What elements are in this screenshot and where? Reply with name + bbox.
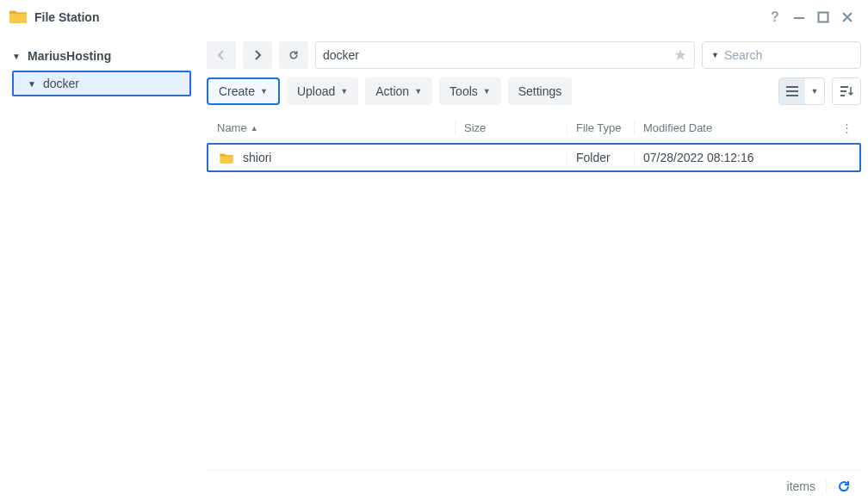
view-list-button[interactable] bbox=[779, 78, 805, 104]
svg-rect-4 bbox=[786, 90, 798, 92]
sort-asc-icon: ▲ bbox=[251, 124, 258, 133]
settings-label: Settings bbox=[518, 84, 562, 98]
sidebar-item-label: docker bbox=[43, 77, 79, 90]
svg-rect-3 bbox=[786, 86, 798, 88]
refresh-button[interactable] bbox=[279, 41, 308, 69]
sidebar-item-docker[interactable]: ▼ docker bbox=[12, 71, 191, 96]
path-input[interactable]: docker ★ bbox=[315, 41, 695, 69]
create-label: Create bbox=[219, 84, 255, 98]
window-title: File Station bbox=[34, 10, 99, 24]
column-header-type[interactable]: File Type bbox=[567, 121, 634, 134]
caret-down-icon: ▼ bbox=[414, 87, 422, 96]
path-bar: docker ★ ▼ bbox=[207, 41, 861, 69]
sidebar: ▼ MariusHosting ▼ docker bbox=[0, 34, 200, 501]
svg-rect-8 bbox=[840, 95, 845, 96]
close-button[interactable] bbox=[835, 5, 859, 29]
caret-down-icon: ▼ bbox=[12, 52, 24, 61]
svg-rect-5 bbox=[786, 95, 798, 96]
column-options-button[interactable]: ⋮ bbox=[837, 121, 856, 134]
svg-rect-7 bbox=[840, 90, 846, 92]
status-refresh-button[interactable] bbox=[826, 479, 851, 493]
search-box[interactable]: ▼ bbox=[702, 41, 861, 69]
search-dropdown-caret[interactable]: ▼ bbox=[711, 51, 719, 59]
action-label: Action bbox=[375, 84, 409, 98]
minimize-button[interactable] bbox=[787, 5, 811, 29]
caret-down-icon: ▼ bbox=[340, 87, 348, 96]
column-header-modified[interactable]: Modified Date bbox=[634, 121, 837, 134]
table-header: Name ▲ Size File Type Modified Date ⋮ bbox=[207, 115, 861, 141]
caret-down-icon: ▼ bbox=[483, 87, 491, 96]
folder-icon bbox=[219, 152, 234, 164]
file-row[interactable]: shiori Folder 07/28/2022 08:12:16 bbox=[208, 145, 859, 170]
upload-label: Upload bbox=[297, 84, 335, 98]
file-modified: 07/28/2022 08:12:16 bbox=[643, 151, 753, 164]
column-header-name[interactable]: Name ▲ bbox=[212, 121, 455, 134]
content-pane: docker ★ ▼ Create▼ Upload▼ Action▼ Tools… bbox=[200, 34, 868, 501]
status-bar: items bbox=[207, 470, 861, 501]
title-bar: File Station ? bbox=[0, 0, 868, 34]
svg-rect-0 bbox=[794, 17, 804, 19]
column-header-size[interactable]: Size bbox=[455, 121, 567, 134]
create-button[interactable]: Create▼ bbox=[207, 77, 280, 105]
file-list[interactable]: shiori Folder 07/28/2022 08:12:16 bbox=[207, 141, 861, 470]
svg-rect-1 bbox=[819, 13, 828, 22]
sidebar-root[interactable]: ▼ MariusHosting bbox=[7, 43, 193, 69]
tools-button[interactable]: Tools▼ bbox=[439, 77, 501, 105]
tools-label: Tools bbox=[450, 84, 478, 98]
app-icon bbox=[9, 8, 28, 27]
search-input[interactable] bbox=[724, 48, 868, 62]
toolbar: Create▼ Upload▼ Action▼ Tools▼ Settings … bbox=[207, 77, 861, 105]
nav-forward-button[interactable] bbox=[243, 41, 272, 69]
action-button[interactable]: Action▼ bbox=[365, 77, 432, 105]
svg-rect-6 bbox=[840, 86, 848, 88]
file-name: shiori bbox=[243, 151, 271, 164]
view-mode-dropdown[interactable]: ▼ bbox=[805, 78, 824, 104]
maximize-button[interactable] bbox=[811, 5, 835, 29]
items-label: items bbox=[787, 479, 815, 493]
nav-back-button[interactable] bbox=[207, 41, 236, 69]
help-button[interactable]: ? bbox=[763, 5, 787, 29]
favorite-star-icon[interactable]: ★ bbox=[673, 46, 687, 65]
upload-button[interactable]: Upload▼ bbox=[287, 77, 358, 105]
sidebar-root-label: MariusHosting bbox=[28, 49, 111, 63]
sort-button[interactable] bbox=[832, 77, 861, 105]
file-type: Folder bbox=[576, 151, 611, 164]
path-value: docker bbox=[323, 48, 359, 62]
view-mode-group: ▼ bbox=[778, 77, 825, 105]
caret-down-icon: ▼ bbox=[28, 79, 40, 89]
caret-down-icon: ▼ bbox=[260, 87, 268, 96]
settings-button[interactable]: Settings bbox=[508, 77, 573, 105]
